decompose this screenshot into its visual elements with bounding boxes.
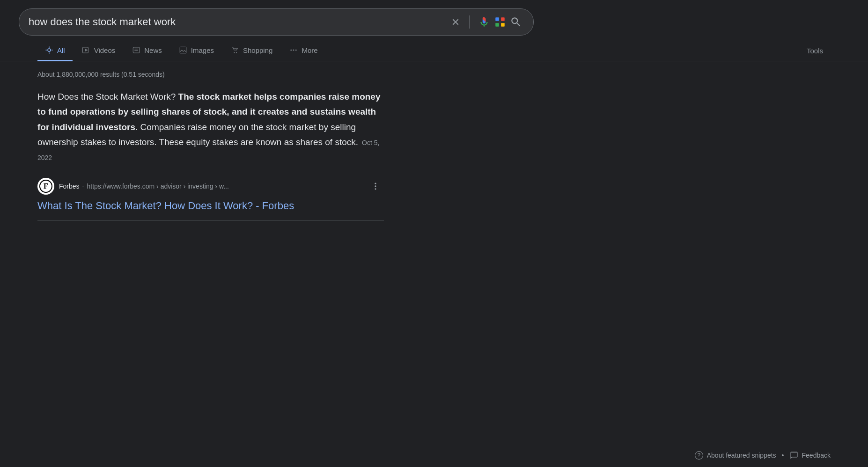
svg-rect-1	[501, 17, 505, 21]
feedback-icon	[790, 451, 798, 460]
voice-search-button[interactable]	[476, 14, 492, 30]
tab-shopping[interactable]: Shopping	[223, 40, 280, 61]
about-snippets[interactable]: ? About featured snippets	[695, 451, 776, 460]
snippet-divider	[37, 220, 384, 221]
image-search-button[interactable]	[492, 14, 508, 30]
tab-videos-label: Videos	[94, 46, 116, 54]
search-tabs: All Videos News	[0, 36, 868, 61]
svg-rect-3	[501, 23, 505, 27]
result-title-link[interactable]: What Is The Stock Market? How Does It Wo…	[37, 200, 294, 212]
clear-button[interactable]	[449, 15, 463, 29]
source-name: Forbes	[59, 182, 80, 190]
tab-shopping-label: Shopping	[243, 46, 272, 54]
top-bar: how does the stock market work	[0, 0, 868, 36]
svg-point-19	[295, 50, 297, 51]
feedback-button[interactable]: Feedback	[790, 451, 831, 460]
news-icon	[132, 46, 140, 54]
svg-rect-10	[180, 47, 186, 53]
svg-point-4	[48, 49, 51, 51]
tab-news[interactable]: News	[125, 40, 169, 61]
search-divider	[469, 15, 470, 29]
search-icon	[510, 16, 522, 28]
tab-more[interactable]: More	[282, 40, 325, 61]
tab-news-label: News	[144, 46, 162, 54]
svg-point-18	[293, 50, 294, 51]
svg-rect-0	[495, 17, 499, 21]
featured-snippet: How Does the Stock Market Work? The stoc…	[37, 89, 384, 165]
close-icon	[450, 17, 461, 27]
feedback-label: Feedback	[802, 452, 831, 459]
mic-icon	[478, 16, 490, 28]
tab-tools[interactable]: Tools	[799, 41, 831, 60]
svg-rect-7	[133, 47, 140, 53]
source-favicon-letter: F	[39, 180, 52, 193]
all-icon	[45, 46, 53, 54]
source-row: F Forbes · https://www.forbes.com › advi…	[37, 178, 384, 195]
source-separator: ·	[82, 182, 84, 190]
lens-icon	[494, 16, 506, 28]
shopping-icon	[231, 46, 239, 54]
results-count: About 1,880,000,000 results (0.51 second…	[37, 71, 384, 78]
svg-point-22	[375, 189, 376, 190]
svg-point-20	[375, 183, 376, 184]
tab-more-label: More	[302, 46, 317, 54]
snippet-intro: How Does the Stock Market Work?	[37, 92, 178, 102]
svg-line-13	[184, 51, 184, 51]
tab-all[interactable]: All	[37, 40, 73, 61]
about-snippets-label: About featured snippets	[707, 452, 776, 459]
svg-point-16	[236, 52, 237, 53]
images-icon	[179, 46, 187, 54]
svg-line-12	[182, 50, 184, 51]
search-box[interactable]: how does the stock market work	[19, 8, 534, 36]
source-name-url: Forbes · https://www.forbes.com › adviso…	[59, 182, 362, 190]
tab-tools-label: Tools	[807, 47, 823, 55]
svg-marker-6	[85, 49, 88, 51]
source-favicon: F	[37, 178, 54, 195]
source-more-button[interactable]	[367, 180, 384, 193]
more-icon	[289, 46, 298, 54]
bottom-separator: •	[782, 452, 784, 459]
results-container: About 1,880,000,000 results (0.51 second…	[0, 61, 421, 247]
search-button[interactable]	[508, 14, 524, 30]
tab-all-label: All	[57, 46, 65, 54]
source-url: https://www.forbes.com › advisor › inves…	[87, 182, 228, 190]
svg-rect-2	[495, 23, 499, 27]
kebab-icon	[371, 182, 380, 191]
search-input[interactable]: how does the stock market work	[29, 16, 449, 28]
bottom-bar: ? About featured snippets • Feedback	[0, 444, 868, 467]
tab-images-label: Images	[191, 46, 214, 54]
question-icon: ?	[695, 451, 703, 460]
svg-point-21	[375, 186, 376, 187]
tab-videos[interactable]: Videos	[74, 40, 123, 61]
videos-icon	[82, 46, 90, 54]
svg-point-15	[234, 52, 235, 53]
svg-point-17	[291, 50, 292, 51]
tab-images[interactable]: Images	[171, 40, 221, 61]
source-info: Forbes · https://www.forbes.com › adviso…	[59, 182, 362, 190]
